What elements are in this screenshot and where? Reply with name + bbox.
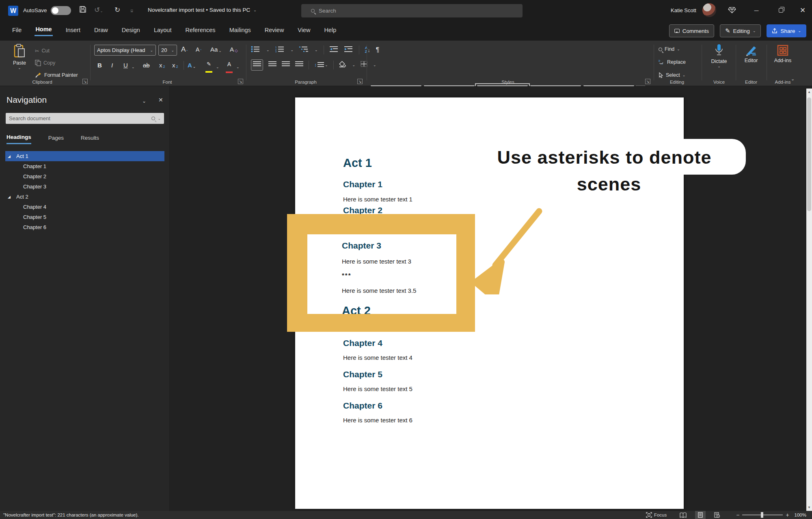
zoom-slider[interactable] (742, 515, 783, 515)
tab-file[interactable]: File (11, 24, 22, 36)
highlight-dropdown-icon[interactable]: ⌄ (216, 65, 219, 69)
strikethrough-button[interactable]: ab (143, 62, 150, 69)
zoom-out-button[interactable]: − (733, 511, 742, 519)
restore-button[interactable] (775, 4, 787, 16)
justify-button[interactable] (295, 61, 303, 69)
web-layout-icon[interactable] (711, 511, 723, 519)
find-button[interactable]: Find⌄ (659, 44, 680, 54)
scroll-down-icon[interactable]: ▼ (806, 506, 812, 509)
scroll-up-icon[interactable]: ▲ (806, 90, 812, 94)
close-button[interactable]: ✕ (797, 4, 809, 16)
multilevel-dropdown-icon[interactable]: ⌄ (315, 48, 318, 52)
zoom-in-button[interactable]: + (783, 511, 792, 519)
highlight-color-button[interactable]: ✎ (205, 61, 212, 74)
avatar[interactable] (702, 3, 716, 17)
sort-button[interactable]: A Z ↓ (365, 46, 370, 54)
superscript-button[interactable]: x2 (172, 62, 178, 69)
read-mode-icon[interactable] (677, 511, 689, 519)
share-button[interactable]: Share ⌄ (767, 24, 806, 37)
doc-chapter6-heading[interactable]: Chapter 6 (343, 401, 382, 411)
save-icon[interactable] (79, 6, 86, 15)
tab-draw[interactable]: Draw (93, 24, 109, 36)
autosave-toggle[interactable] (51, 6, 71, 15)
multilevel-list-button[interactable] (299, 46, 309, 54)
copy-button[interactable]: Copy (35, 58, 55, 68)
format-painter-button[interactable]: Format Painter (35, 70, 78, 80)
shading-button[interactable] (339, 61, 347, 69)
doc-act1-heading[interactable]: Act 1 (343, 156, 372, 170)
nav-tab-headings[interactable]: Headings (6, 134, 31, 144)
nav-item-act1[interactable]: ◢ Act 1 (5, 151, 164, 161)
nav-item-chapter4[interactable]: Chapter 4 (0, 202, 170, 212)
bullet-list-button[interactable] (251, 46, 261, 54)
doc-chapter1-text[interactable]: Here is some tester text 1 (343, 196, 412, 203)
paragraph-dialog-launcher-icon[interactable]: ↘ (357, 79, 363, 84)
italic-button[interactable]: I (111, 62, 113, 69)
text-effects-button[interactable]: A⌄ (188, 62, 196, 69)
tab-view[interactable]: View (297, 24, 311, 36)
align-right-button[interactable] (282, 61, 290, 69)
print-layout-icon[interactable] (695, 511, 706, 519)
tab-design[interactable]: Design (121, 24, 141, 36)
grow-font-button[interactable]: Aˆ (181, 45, 188, 54)
zoom-slider-thumb[interactable] (761, 512, 763, 518)
clipboard-dialog-launcher-icon[interactable]: ↘ (82, 79, 88, 84)
tab-layout[interactable]: Layout (153, 24, 173, 36)
cut-button[interactable]: ✂Cut (35, 45, 50, 56)
align-left-button[interactable] (251, 59, 263, 71)
nav-tab-results[interactable]: Results (81, 135, 99, 144)
increase-indent-button[interactable] (344, 46, 353, 54)
tab-review[interactable]: Review (264, 24, 285, 36)
tab-mailings[interactable]: Mailings (229, 24, 252, 36)
tab-insert[interactable]: Insert (65, 24, 81, 36)
dictate-button[interactable]: Dictate ⌄ (706, 44, 732, 68)
nav-item-chapter6[interactable]: Chapter 6 (0, 222, 170, 232)
paste-button[interactable]: Paste ⌄ (10, 44, 29, 79)
bullets-dropdown-icon[interactable]: ⌄ (266, 48, 270, 52)
underline-dropdown-icon[interactable]: ⌄ (132, 65, 135, 69)
document-title[interactable]: Novelcrafter import test • Saved to this… (148, 7, 257, 13)
redo-icon[interactable]: ↻ (114, 6, 120, 14)
decrease-indent-button[interactable] (330, 46, 339, 54)
pilcrow-button[interactable]: ¶ (376, 46, 380, 54)
font-name-combo[interactable]: Aptos Display (Head⌄ (94, 45, 156, 56)
tab-references[interactable]: References (184, 24, 216, 36)
expand-triangle-icon[interactable]: ◢ (8, 154, 11, 158)
change-case-button[interactable]: Aa⌄ (210, 46, 222, 53)
borders-dropdown-icon[interactable]: ⌄ (373, 63, 376, 67)
doc-chapter4-text[interactable]: Here is some tester text 4 (343, 354, 412, 361)
replace-button[interactable]: bc Replace (659, 57, 686, 67)
doc-chapter4-heading[interactable]: Chapter 4 (343, 338, 382, 348)
expand-triangle-icon[interactable]: ◢ (8, 195, 11, 199)
align-center-button[interactable] (268, 61, 276, 69)
numbering-dropdown-icon[interactable]: ⌄ (291, 48, 294, 52)
font-size-combo[interactable]: 20⌄ (158, 45, 177, 56)
shading-dropdown-icon[interactable]: ⌄ (352, 63, 356, 67)
zoom-level[interactable]: 100% (795, 513, 806, 517)
diamond-icon[interactable] (726, 4, 738, 16)
character-count[interactable]: "Novelcrafter import test": 221 characte… (3, 513, 139, 517)
shrink-font-button[interactable]: Aˇ (196, 46, 201, 53)
doc-chapter5-heading[interactable]: Chapter 5 (343, 370, 382, 379)
font-color-button[interactable]: A (226, 61, 233, 75)
nav-tab-pages[interactable]: Pages (48, 135, 64, 144)
numbered-list-button[interactable]: 123 (275, 46, 285, 54)
tab-help[interactable]: Help (324, 24, 337, 36)
scrollbar-thumb[interactable] (807, 97, 811, 211)
nav-search-input[interactable]: Search document ⌄ (6, 113, 164, 124)
font-color-dropdown-icon[interactable]: ⌄ (236, 65, 240, 69)
search-input[interactable]: Search (301, 4, 523, 17)
doc-chapter6-text[interactable]: Here is some tester text 6 (343, 417, 412, 424)
close-pane-icon[interactable]: ✕ (158, 97, 163, 103)
nav-item-chapter2[interactable]: Chapter 2 (0, 171, 170, 182)
tab-home[interactable]: Home (35, 24, 52, 36)
nav-item-chapter5[interactable]: Chapter 5 (0, 212, 170, 222)
underline-button[interactable]: U (123, 62, 128, 69)
styles-dialog-launcher-icon[interactable]: ↘ (645, 79, 650, 84)
nav-item-chapter1[interactable]: Chapter 1 (0, 161, 170, 171)
font-dialog-launcher-icon[interactable]: ↘ (238, 79, 243, 84)
select-button[interactable]: Select⌄ (659, 70, 685, 80)
nav-item-chapter3[interactable]: Chapter 3 (0, 182, 170, 192)
comments-button[interactable]: Comments (669, 24, 714, 37)
customize-quick-access-icon[interactable]: ⍗ (131, 9, 133, 13)
